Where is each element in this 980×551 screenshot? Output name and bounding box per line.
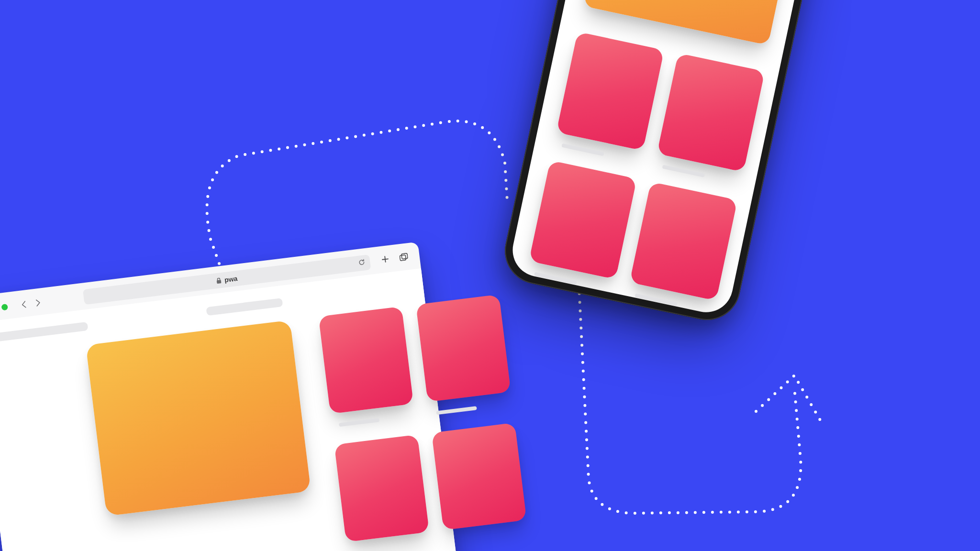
browser-card-1 [319, 307, 414, 414]
browser-card-4 [432, 423, 527, 530]
phone-mockup [499, 0, 832, 326]
browser-card-2 [416, 295, 511, 402]
illustration-stage: pwa [0, 0, 980, 551]
browser-card-label [436, 406, 477, 415]
browser-card-3 [334, 435, 429, 542]
window-controls [0, 303, 8, 313]
plus-icon[interactable] [381, 255, 390, 265]
reload-icon[interactable] [358, 258, 366, 268]
svg-rect-1 [400, 255, 406, 261]
address-text: pwa [224, 275, 238, 284]
browser-mockup: pwa [0, 242, 463, 551]
svg-rect-0 [217, 280, 222, 284]
svg-rect-2 [401, 253, 408, 259]
chevron-right-icon[interactable] [35, 298, 42, 307]
placeholder-line [206, 298, 283, 316]
browser-card-hero [86, 320, 311, 516]
placeholder-line [0, 322, 88, 342]
chevron-left-icon[interactable] [21, 300, 27, 309]
tabs-overview-icon[interactable] [399, 253, 409, 263]
maximize-icon[interactable] [1, 303, 8, 310]
lock-icon [216, 277, 222, 284]
